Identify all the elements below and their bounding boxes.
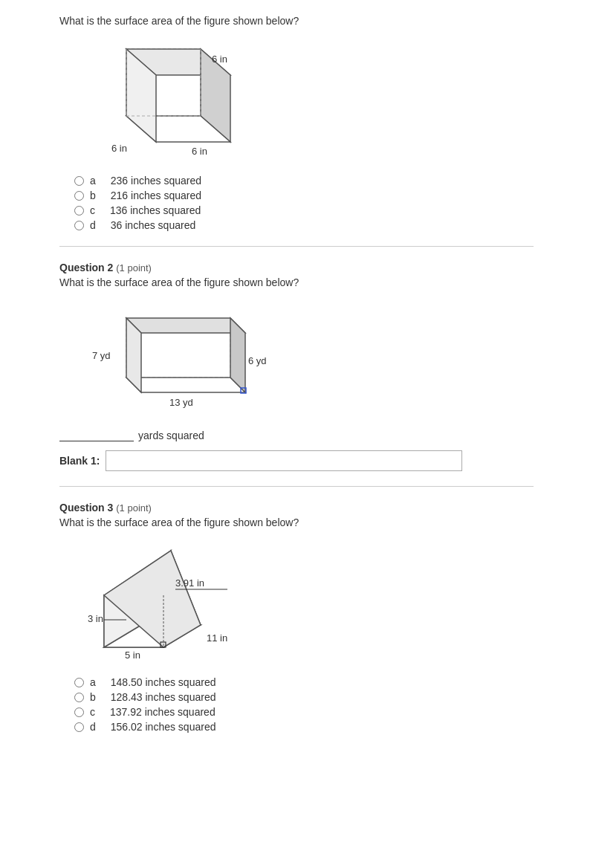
q1-option-d[interactable]: d 36 inches squared (74, 219, 534, 231)
q3-option-a[interactable]: a 148.50 inches squared (74, 676, 534, 688)
q1-text-d: 36 inches squared (111, 219, 195, 231)
q3-option-c[interactable]: c 137.92 inches squared (74, 706, 534, 718)
q3-radio-b[interactable] (74, 693, 84, 702)
q1-radio-b[interactable] (74, 191, 84, 201)
svg-text:13 yd: 13 yd (169, 397, 193, 408)
q3-option-b[interactable]: b 128.43 inches squared (74, 691, 534, 703)
q3-option-d[interactable]: d 156.02 inches squared (74, 721, 534, 733)
q1-option-c[interactable]: c 136 inches squared (74, 204, 534, 216)
divider-2 (59, 486, 534, 487)
question-1-block: What is the surface area of the figure s… (59, 15, 534, 231)
q3-label-a: a (90, 676, 96, 688)
q1-text-c: 136 inches squared (110, 204, 201, 216)
q2-blank1-input[interactable] (106, 450, 462, 471)
q2-blank-row: yards squared (59, 429, 534, 441)
q1-radio-a[interactable] (74, 176, 84, 186)
q3-text-d: 156.02 inches squared (111, 721, 216, 733)
q2-text: What is the surface area of the figure s… (59, 276, 534, 288)
svg-marker-14 (126, 318, 245, 333)
q1-text-b: 216 inches squared (111, 190, 201, 201)
q3-radio-c[interactable] (74, 707, 84, 717)
q3-radio-a[interactable] (74, 678, 84, 687)
q1-label-c: c (90, 204, 95, 216)
q1-text-a: 236 inches squared (111, 175, 201, 187)
q1-radio-c[interactable] (74, 206, 84, 216)
divider-1 (59, 246, 534, 247)
q3-text-b: 128.43 inches squared (111, 691, 216, 703)
q3-radio-d[interactable] (74, 722, 84, 732)
q1-option-b[interactable]: b 216 inches squared (74, 190, 534, 201)
q3-svg: 3 in 3.91 in 11 in 5 in (82, 536, 260, 662)
q1-label-a: a (90, 175, 96, 187)
q2-underline (59, 429, 134, 441)
q2-blank-text: yards squared (138, 430, 204, 441)
q1-svg: 6 in 6 in 6 in (82, 34, 253, 161)
svg-text:7 yd: 7 yd (92, 350, 111, 361)
q1-radio-d[interactable] (74, 221, 84, 230)
q3-figure: 3 in 3.91 in 11 in 5 in (82, 536, 534, 664)
q1-option-a[interactable]: a 236 inches squared (74, 175, 534, 187)
q2-blank1-label: Blank 1: (59, 455, 100, 467)
q1-text: What is the surface area of the figure s… (59, 15, 534, 27)
q2-header: Question 2 (1 point) (59, 262, 534, 273)
svg-text:6 in: 6 in (212, 54, 227, 65)
q3-label-c: c (90, 706, 95, 718)
q3-options: a 148.50 inches squared b 128.43 inches … (74, 676, 534, 733)
q3-text-c: 137.92 inches squared (110, 706, 216, 718)
q2-figure: 7 yd 6 yd 13 yd (82, 296, 534, 417)
svg-text:3.91 in: 3.91 in (175, 577, 204, 589)
svg-text:3 in: 3 in (88, 613, 103, 624)
q3-label-d: d (90, 721, 96, 733)
svg-text:6 yd: 6 yd (248, 355, 267, 366)
q1-label-b: b (90, 190, 96, 201)
q3-label-b: b (90, 691, 96, 703)
q1-options: a 236 inches squared b 216 inches square… (74, 175, 534, 231)
question-3-block: Question 3 (1 point) What is the surface… (59, 502, 534, 733)
q1-label-d: d (90, 219, 96, 231)
page: What is the surface area of the figure s… (0, 0, 593, 770)
q3-header: Question 3 (1 point) (59, 502, 534, 514)
svg-text:5 in: 5 in (125, 650, 140, 661)
q2-svg: 7 yd 6 yd 13 yd (82, 296, 275, 415)
question-2-block: Question 2 (1 point) What is the surface… (59, 262, 534, 471)
svg-text:6 in: 6 in (192, 146, 207, 157)
q1-figure: 6 in 6 in 6 in (82, 34, 534, 163)
svg-marker-15 (126, 378, 245, 392)
q3-text-a: 148.50 inches squared (111, 676, 216, 688)
svg-text:11 in: 11 in (207, 632, 227, 644)
svg-text:6 in: 6 in (111, 143, 127, 154)
q2-blank-input-row: Blank 1: (59, 450, 534, 471)
q3-text: What is the surface area of the figure s… (59, 516, 534, 528)
